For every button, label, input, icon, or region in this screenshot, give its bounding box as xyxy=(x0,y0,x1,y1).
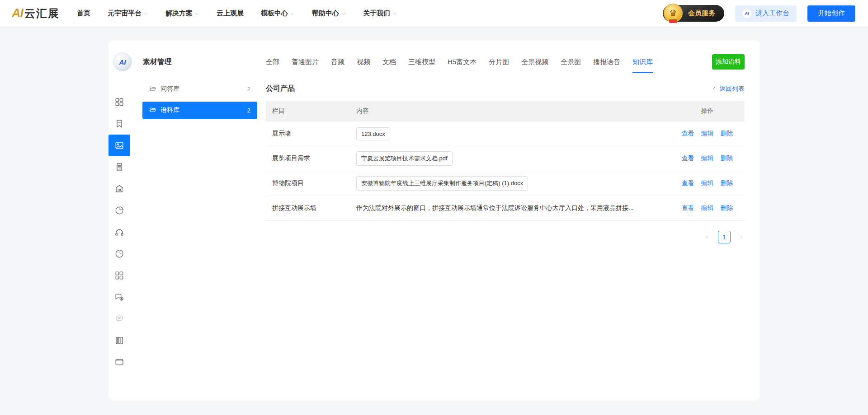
folder-item-corpus-library[interactable]: 语料库2 xyxy=(142,102,257,119)
folder-count: 2 xyxy=(247,107,250,114)
tab-document[interactable]: 文档 xyxy=(382,58,396,73)
nav-item-label: 帮助中心 xyxy=(312,9,339,18)
columns-icon xyxy=(114,336,124,345)
rail-item-bookmark[interactable] xyxy=(108,113,130,135)
chat-icon xyxy=(114,292,124,302)
document-icon xyxy=(114,162,124,172)
view-link[interactable]: 查看 xyxy=(682,204,694,212)
nav-item-label: 云上观展 xyxy=(217,9,244,18)
row-category: 拼接互动展示墙 xyxy=(266,204,356,212)
folder-list: 问答库2语料库2 xyxy=(142,80,257,119)
view-link[interactable]: 查看 xyxy=(682,154,694,163)
nav-item-solutions[interactable]: 解决方案 xyxy=(165,9,199,18)
pagination: 1 xyxy=(266,231,745,243)
avatar[interactable]: AI xyxy=(113,52,132,71)
pagination-page-1[interactable]: 1 xyxy=(718,231,731,243)
chevron-down-icon xyxy=(290,11,295,16)
pagination-prev-icon[interactable] xyxy=(704,234,710,240)
apps-grid-icon xyxy=(114,270,124,280)
rail-item-image[interactable] xyxy=(108,135,130,156)
page-title: 素材管理 xyxy=(143,57,172,67)
content-area: 全部普通图片音频视频文档三维模型H5富文本分片图全景视频全景图播报语音知识库 添… xyxy=(266,54,745,243)
column-header-actions: 操作 xyxy=(670,107,745,115)
view-link[interactable]: 查看 xyxy=(682,179,694,187)
nav-item-home[interactable]: 首页 xyxy=(77,9,90,18)
message-icon xyxy=(114,314,124,324)
rail-item-pie-chart[interactable] xyxy=(108,200,130,221)
tabs-row: 全部普通图片音频视频文档三维模型H5富文本分片图全景视频全景图播报语音知识库 添… xyxy=(266,54,745,73)
tab-panorama-video[interactable]: 全景视频 xyxy=(521,58,548,73)
rail-item-apps-grid[interactable] xyxy=(108,91,130,113)
nav-item-help-center[interactable]: 帮助中心 xyxy=(312,9,346,18)
rail-item-pie-chart-2[interactable] xyxy=(108,243,130,265)
rail-item-headphones[interactable] xyxy=(108,221,130,243)
nav-item-label: 关于我们 xyxy=(363,9,390,18)
rail-item-message[interactable] xyxy=(108,308,130,330)
nav-item-metaverse-platform[interactable]: 元宇宙平台 xyxy=(108,9,148,18)
chevron-down-icon xyxy=(143,11,148,16)
edit-link[interactable]: 编辑 xyxy=(701,179,714,187)
delete-link[interactable]: 删除 xyxy=(721,154,733,163)
nav-item-template-center[interactable]: 模板中心 xyxy=(261,9,295,18)
column-header-category: 栏目 xyxy=(266,107,356,115)
headphones-icon xyxy=(114,227,124,237)
rail-item-columns[interactable] xyxy=(108,330,130,351)
folder-item-qa-library[interactable]: 问答库2 xyxy=(142,80,257,98)
add-corpus-button[interactable]: 添加语料 xyxy=(712,54,745,70)
member-service-button[interactable]: 会员服务 xyxy=(663,5,724,22)
category-icon-rail xyxy=(108,91,130,373)
tab-normal-image[interactable]: 普通图片 xyxy=(292,58,319,73)
delete-link[interactable]: 删除 xyxy=(721,179,733,187)
museum-icon xyxy=(114,184,124,194)
row-actions: 查看编辑删除 xyxy=(670,130,745,138)
row-category: 展示墙 xyxy=(266,130,356,138)
rail-item-chat[interactable] xyxy=(108,286,130,308)
table-header-row: 栏目 内容 操作 xyxy=(266,101,745,121)
tab-all[interactable]: 全部 xyxy=(266,58,279,73)
workspace-logo-icon: AI xyxy=(742,9,751,18)
image-icon xyxy=(114,140,124,150)
material-management-card: AI 素材管理 问答库2语料库2 全部普通图片音频视频文档三维模型H5富文本分片… xyxy=(108,41,760,401)
rail-item-window[interactable] xyxy=(108,351,130,373)
row-actions: 查看编辑删除 xyxy=(670,204,745,212)
section-header: 公司产品 返回列表 xyxy=(266,84,745,93)
nav-item-cloud-exhibition[interactable]: 云上观展 xyxy=(217,9,244,18)
back-to-list-label: 返回列表 xyxy=(719,85,745,93)
rail-item-apps-grid-2[interactable] xyxy=(108,265,130,286)
brand-logo-ai: AI xyxy=(12,6,23,20)
edit-link[interactable]: 编辑 xyxy=(701,204,714,212)
tab-audio[interactable]: 音频 xyxy=(331,58,344,73)
row-content: 宁夏云展览项目技术需求文档.pdf xyxy=(356,151,670,166)
tab-panorama-image[interactable]: 全景图 xyxy=(561,58,581,73)
back-to-list-link[interactable]: 返回列表 xyxy=(711,85,745,93)
vip-medal-icon xyxy=(664,4,683,23)
tab-knowledge-base[interactable]: 知识库 xyxy=(632,58,653,73)
edit-link[interactable]: 编辑 xyxy=(701,154,714,163)
folder-icon xyxy=(149,107,156,114)
table-row: 博物院项目安徽博物院年度线上三维展厅采集制作服务项目(定稿) (1).docx查… xyxy=(266,171,745,196)
start-creation-button[interactable]: 开始创作 xyxy=(807,5,855,22)
tab-model-3d[interactable]: 三维模型 xyxy=(408,58,435,73)
member-service-label: 会员服务 xyxy=(688,9,715,18)
enter-workspace-label: 进入工作台 xyxy=(755,9,789,18)
row-actions: 查看编辑删除 xyxy=(670,154,745,163)
delete-link[interactable]: 删除 xyxy=(721,204,733,212)
bookmark-icon xyxy=(114,119,124,129)
section-title: 公司产品 xyxy=(266,84,295,93)
tab-slice-image[interactable]: 分片图 xyxy=(489,58,509,73)
nav-item-label: 元宇宙平台 xyxy=(108,9,142,18)
tab-h5-richtext[interactable]: H5富文本 xyxy=(448,58,476,73)
tab-broadcast-voice[interactable]: 播报语音 xyxy=(593,58,620,73)
view-link[interactable]: 查看 xyxy=(682,130,694,138)
nav-item-about-us[interactable]: 关于我们 xyxy=(363,9,397,18)
delete-link[interactable]: 删除 xyxy=(721,130,733,138)
enter-workspace-button[interactable]: AI 进入工作台 xyxy=(735,5,797,22)
pagination-next-icon[interactable] xyxy=(738,234,745,240)
rail-item-document[interactable] xyxy=(108,156,130,178)
edit-link[interactable]: 编辑 xyxy=(701,130,714,138)
brand-logo[interactable]: AI 云汇展 xyxy=(12,6,60,21)
rail-item-museum[interactable] xyxy=(108,178,130,200)
row-content: 安徽博物院年度线上三维展厅采集制作服务项目(定稿) (1).docx xyxy=(356,176,670,191)
tab-video[interactable]: 视频 xyxy=(357,58,370,73)
folder-count: 2 xyxy=(247,86,250,93)
